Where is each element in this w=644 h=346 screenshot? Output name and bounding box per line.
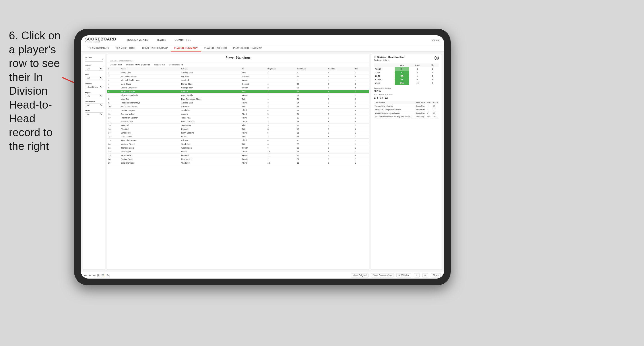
h2h-cell-label: 11-25 <box>374 71 395 74</box>
grid-button[interactable]: ⊞ <box>422 273 428 277</box>
standings-row[interactable]: 4 Luke Claton Florida State Second 1 27 … <box>107 82 369 86</box>
filter-gender-select[interactable]: Men <box>85 67 103 71</box>
refresh-button[interactable]: ↻ <box>106 274 109 277</box>
filter-division-label: Division <box>85 82 103 84</box>
cell-rds: 8 <box>327 78 354 82</box>
standings-row[interactable]: 7 Nicholas Gabrielcik North Florida Four… <box>107 94 369 97</box>
cell-conf-rank: 15 <box>296 90 327 94</box>
standings-row[interactable]: 23 Jack Lundin Missouri Fourth 11 24 8 0 <box>107 154 369 158</box>
standings-row[interactable]: 3 Michael Thorbjornsen Stanford Fourth 1… <box>107 78 369 82</box>
nav-tab-tournaments[interactable]: TOURNAMENTS <box>123 37 152 43</box>
nav-tab-committee[interactable]: COMMITTEE <box>171 37 195 43</box>
standings-row[interactable]: 1 Wenyi Ding Arizona State First 1 1 8 1 <box>107 71 369 75</box>
h2h-header: In Division Head-to-Head Jackson Koivun … <box>371 54 442 63</box>
standings-row[interactable]: 24 Bastien Amat New Mexico Fourth 1 27 8… <box>107 158 369 161</box>
h2h-close-button[interactable]: ✕ <box>434 56 439 60</box>
copy-button[interactable]: ⎘ <box>98 274 99 277</box>
cell-school: Arizona State <box>180 101 241 105</box>
standings-row[interactable]: 15 Jake Hall Tennessee Fifth 5 24 8 1 <box>107 124 369 127</box>
cell-yr: Fifth <box>241 127 266 131</box>
cell-rank: 21 <box>107 146 120 150</box>
sub-tab-team-h2h-heatmap[interactable]: TEAM H2H HEATMAP <box>139 45 171 51</box>
cell-yr: Fourth <box>241 146 266 150</box>
sub-tab-player-summary[interactable]: PLAYER SUMMARY <box>171 45 201 51</box>
tourn-col-type: Event Type <box>415 101 426 104</box>
h2h-title: In Division Head-to-Head <box>374 56 405 59</box>
tourn-cell-score: -7 <box>432 108 439 111</box>
sub-tab-team-summary[interactable]: TEAM SUMMARY <box>85 45 112 51</box>
cell-player: Maxwell Ford <box>120 120 180 124</box>
cell-rds: 8 <box>327 135 354 139</box>
cell-school: Stanford <box>180 78 241 82</box>
cell-rank: 6 <box>107 90 120 94</box>
cell-rank: 23 <box>107 154 120 158</box>
redo-button[interactable]: ↩ <box>88 274 91 277</box>
standings-row[interactable]: 19 Tiger Christensen Arizona Third 8 23 … <box>107 139 369 142</box>
cell-conf-rank: 19 <box>296 127 327 131</box>
export-button[interactable]: ⬆ <box>414 273 420 277</box>
standings-row[interactable]: 6 Jackson Koivun Auburn First 1 15 8 1 <box>107 90 369 94</box>
save-custom-view-button[interactable]: Save Custom View <box>371 273 394 277</box>
filter-gender-section: Gender Men <box>85 64 103 71</box>
filter-year-select[interactable]: (All) <box>85 76 103 80</box>
standings-row[interactable]: 10 Jacob Mac Diease Arkansas Fifth 4 25 … <box>107 105 369 109</box>
standings-row[interactable]: 21 Taehoon Song Washington Fourth 6 23 8… <box>107 146 369 150</box>
tourn-cell-pos: 2 <box>426 108 432 111</box>
cell-yr: Second <box>241 75 266 78</box>
standings-row[interactable]: 22 Ian Gilligan Florida Third 10 24 8 1 <box>107 150 369 154</box>
cell-school: Vanderbilt <box>180 109 241 112</box>
logo-subtitle: Powered by clippd <box>85 41 116 43</box>
sub-tab-player-h2h-heatmap[interactable]: PLAYER H2H HEATMAP <box>230 45 265 51</box>
standings-row[interactable]: 14 Maxwell Ford North Carolina Third 4 2… <box>107 120 369 124</box>
cell-yr: Fourth <box>241 158 266 161</box>
standings-row[interactable]: 12 Brendan Valles Auburn Third 5 24 8 1 <box>107 112 369 116</box>
cell-yr: Fourth <box>241 78 266 82</box>
standings-row[interactable]: 17 David Ford North Carolina Third 5 21 … <box>107 131 369 135</box>
standings-row[interactable]: 25 Cole Sherwood Vanderbilt Third 12 23 … <box>107 161 369 165</box>
h2h-cell-loss: 6 <box>409 78 426 81</box>
view-original-button[interactable]: View: Original <box>351 273 369 277</box>
logo-title: SCOREBOARD <box>85 37 116 41</box>
h2h-cell-win: 46 <box>395 78 409 81</box>
tourn-cell-score: 18-1 <box>432 115 439 119</box>
standings-row[interactable]: 18 Luke Powell UCLA First 4 24 8 1 <box>107 135 369 139</box>
standings-row[interactable]: 5 Christo Lamprecht Georgia Tech Fourth … <box>107 86 369 90</box>
cell-reg-rank: 1 <box>266 71 296 75</box>
forward-button[interactable]: ↪ <box>93 274 96 277</box>
standings-row[interactable]: 16 Alex Goff Kentucky Fifth 8 19 8 0 <box>107 127 369 131</box>
conference-filter-display: Conference: All <box>169 64 183 66</box>
main-content: No Rds. 6 6 Gender Men <box>81 51 444 272</box>
standings-row[interactable]: 13 Phichaksn Maichon Texas A&M Third 6 3… <box>107 116 369 120</box>
standings-row[interactable]: 9 Preston Summerhays Arizona State Third… <box>107 101 369 105</box>
sign-out-button[interactable]: Sign out <box>431 39 440 41</box>
nav-tab-teams[interactable]: TEAMS <box>153 37 170 43</box>
watch-button[interactable]: 👁 Watch ▾ <box>396 273 411 277</box>
cell-win: 1 <box>354 142 369 146</box>
cell-school: Auburn <box>180 112 241 116</box>
share-button[interactable]: Share <box>431 273 441 277</box>
filter-conference-select[interactable]: (All) <box>85 103 103 107</box>
filter-region-select[interactable]: N/A <box>85 94 103 98</box>
cell-win: 2 <box>354 94 369 97</box>
tournaments-table: Tournament Event Type Pos Score Amer Ari… <box>374 101 439 119</box>
standings-row[interactable]: 11 Gordon Sargent Vanderbilt Third 4 21 … <box>107 109 369 112</box>
undo-button[interactable]: ↩ <box>84 274 87 277</box>
cell-win: 0 <box>354 109 369 112</box>
cell-yr: Fifth <box>241 97 266 101</box>
cell-reg-rank: 1 <box>266 158 296 161</box>
sub-tab-team-h2h-grid[interactable]: TEAM H2H GRID <box>112 45 139 51</box>
cell-rank: 16 <box>107 127 120 131</box>
standings-panel: Player Standings Update time: 27/03/2024… <box>107 54 369 270</box>
cell-yr: Fourth <box>241 94 266 97</box>
standings-row[interactable]: 20 Matthew Riedel Vanderbilt Fifth 6 23 … <box>107 142 369 146</box>
no-rds-slider[interactable] <box>85 61 103 62</box>
cell-reg-rank: 8 <box>266 127 296 131</box>
sub-tab-player-h2h-grid[interactable]: PLAYER H2H GRID <box>201 45 230 51</box>
cell-yr: Third <box>241 161 266 165</box>
standings-row[interactable]: 8 Mats Ege East Tennessee State Fifth 1 … <box>107 97 369 101</box>
filter-division-select[interactable]: NCAA Division I <box>85 85 103 89</box>
standings-row[interactable]: 2 Michael La Sasso Ole Miss Second 1 19 … <box>107 75 369 78</box>
h2h-content: Win Loss Tie Top 10 8 3 2 11-25 20 9 5 <box>371 63 442 270</box>
paste-button[interactable]: 📋 <box>101 274 105 277</box>
filter-player-select[interactable]: (All) <box>85 112 103 116</box>
